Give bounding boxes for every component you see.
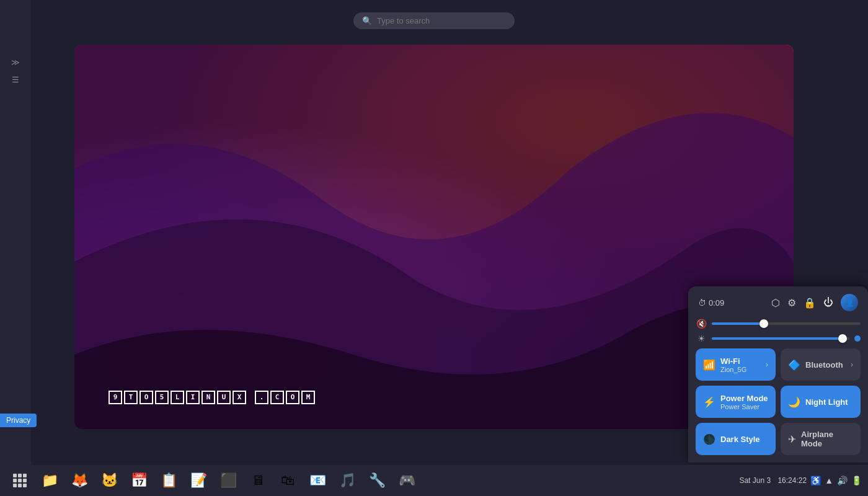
- desktop: 9 T O 5 L I N U X . C O M 🔍 ≫ ☰ Priv: [0, 0, 868, 496]
- settings-icon[interactable]: ⚙: [787, 297, 796, 309]
- watermark-text: 9 T O 5 L I N U X . C O M: [108, 391, 315, 404]
- volume-icon: 🔇: [696, 319, 707, 329]
- battery-tray-icon[interactable]: 🔋: [851, 476, 862, 485]
- wm-9: 9: [108, 391, 122, 404]
- grid-icon: [13, 474, 27, 487]
- brightness-track[interactable]: [712, 337, 849, 340]
- search-icon: 🔍: [362, 16, 372, 25]
- wallpaper-preview: 9 T O 5 L I N U X . C O M: [74, 45, 794, 429]
- bluetooth-icon: 🔷: [788, 359, 800, 371]
- airplane-mode-icon: ✈: [788, 433, 796, 445]
- screen-icon[interactable]: ⬡: [771, 297, 780, 309]
- taskbar-email[interactable]: 📧: [304, 467, 331, 494]
- taskbar-weechat[interactable]: 🐱: [95, 467, 123, 494]
- dark-style-toggle[interactable]: 🌑 Dark Style: [696, 423, 776, 455]
- tray-timer: ⏱ 0:09: [698, 298, 724, 308]
- wifi-icon: 📶: [703, 359, 715, 371]
- wm-I: I: [186, 391, 200, 404]
- power-icon[interactable]: ⏻: [823, 297, 833, 308]
- user-avatar[interactable]: 👤: [841, 294, 858, 311]
- wm-O: O: [140, 391, 153, 404]
- accessibility-tray-icon[interactable]: ♿: [810, 476, 821, 485]
- taskbar-steam[interactable]: 🎮: [393, 467, 420, 494]
- menu-btn[interactable]: ☰: [4, 73, 27, 86]
- night-light-label: Night Light: [805, 397, 848, 407]
- airplane-mode-toggle[interactable]: ✈ Airplane Mode: [781, 423, 861, 455]
- timer-value: 0:09: [709, 298, 724, 308]
- search-input[interactable]: [377, 16, 506, 25]
- volume-slider-row: 🔇: [696, 319, 861, 329]
- airplane-mode-content: Airplane Mode: [801, 430, 853, 448]
- wm-U: U: [217, 391, 231, 404]
- brightness-thumb[interactable]: [838, 334, 847, 343]
- power-mode-content: Power Mode Power Saver: [720, 394, 768, 410]
- taskbar-files[interactable]: 📁: [36, 467, 63, 494]
- taskbar-terminal[interactable]: ⬛: [215, 467, 242, 494]
- lock-icon[interactable]: 🔒: [804, 297, 816, 309]
- wm-X: X: [232, 391, 246, 404]
- wm-5: 5: [155, 391, 169, 404]
- system-tray-popup: ⏱ 0:09 ⬡ ⚙ 🔒 ⏻ 👤 🔇 ☀: [688, 286, 868, 463]
- airplane-mode-label: Airplane Mode: [801, 430, 853, 448]
- tray-icons-right: ⬡ ⚙ 🔒 ⏻ 👤: [771, 294, 858, 311]
- taskbar-store[interactable]: 🛍: [274, 467, 301, 494]
- taskbar: 📁 🦊 🐱 📅 📋 📝 ⬛ 🖥 🛍 📧 🎵 🔧 🎮 Sat Jun 3 16:2…: [0, 465, 868, 496]
- volume-fill: [712, 322, 764, 325]
- watermark: 9 T O 5 L I N U X . C O M: [108, 391, 315, 404]
- wm-dot: .: [255, 391, 268, 404]
- power-mode-sub: Power Saver: [720, 403, 768, 410]
- brightness-icon: ☀: [696, 334, 707, 343]
- wm-M: M: [301, 391, 315, 404]
- taskbar-date-time: Sat Jun 3 16:24:22: [739, 476, 807, 485]
- toggle-grid: 📶 Wi-Fi Zion_5G › 🔷 Bluetooth ›: [696, 348, 861, 455]
- taskbar-notes[interactable]: 📝: [185, 467, 212, 494]
- power-mode-label: Power Mode: [720, 394, 768, 403]
- dark-style-label: Dark Style: [720, 435, 760, 444]
- taskbar-time: 16:24:22: [777, 476, 807, 485]
- privacy-button[interactable]: Privacy: [0, 414, 37, 427]
- dark-style-content: Dark Style: [720, 435, 760, 444]
- power-mode-toggle[interactable]: ⚡ Power Mode Power Saver: [696, 386, 776, 418]
- dark-style-icon: 🌑: [703, 433, 715, 445]
- taskbar-firefox[interactable]: 🦊: [66, 467, 93, 494]
- taskbar-right: Sat Jun 3 16:24:22 ♿ ▲ 🔊 🔋: [739, 476, 862, 485]
- expand-btn[interactable]: ≫: [4, 56, 27, 68]
- bluetooth-toggle[interactable]: 🔷 Bluetooth ›: [781, 348, 861, 381]
- wm-T: T: [124, 391, 138, 404]
- wm-C: C: [270, 391, 284, 404]
- taskbar-cinnamon[interactable]: 🔧: [363, 467, 391, 494]
- wifi-arrow: ›: [766, 360, 768, 369]
- taskbar-calendar[interactable]: 📅: [125, 467, 153, 494]
- taskbar-files2[interactable]: 📋: [155, 467, 182, 494]
- volume-thumb[interactable]: [760, 319, 768, 328]
- power-mode-icon: ⚡: [703, 396, 715, 408]
- bluetooth-content: Bluetooth: [805, 360, 843, 370]
- taskbar-vmbox[interactable]: 🖥: [244, 467, 272, 494]
- bluetooth-arrow: ›: [851, 360, 853, 369]
- wifi-label: Wi-Fi: [720, 356, 746, 366]
- app-grid-button[interactable]: [6, 467, 33, 494]
- wifi-content: Wi-Fi Zion_5G: [720, 356, 746, 373]
- wm-L: L: [170, 391, 184, 404]
- brightness-slider-row: ☀: [696, 334, 861, 343]
- night-light-toggle[interactable]: 🌙 Night Light: [781, 386, 861, 418]
- wifi-sub: Zion_5G: [720, 366, 746, 373]
- search-bar[interactable]: 🔍: [353, 12, 515, 29]
- tray-top-row: ⏱ 0:09 ⬡ ⚙ 🔒 ⏻ 👤: [696, 294, 861, 311]
- timer-icon: ⏱: [698, 298, 706, 308]
- wm-O2: O: [286, 391, 299, 404]
- brightness-fill: [712, 337, 843, 340]
- wm-N: N: [202, 391, 215, 404]
- taskbar-spotify[interactable]: 🎵: [334, 467, 361, 494]
- volume-tray-icon[interactable]: 🔊: [837, 476, 848, 485]
- night-light-icon: 🌙: [788, 396, 800, 408]
- brightness-end-dot: [854, 335, 861, 342]
- bluetooth-label: Bluetooth: [805, 360, 843, 370]
- wifi-toggle[interactable]: 📶 Wi-Fi Zion_5G ›: [696, 348, 776, 381]
- wifi-tray-icon[interactable]: ▲: [825, 476, 833, 485]
- night-light-content: Night Light: [805, 397, 848, 407]
- volume-track[interactable]: [712, 322, 861, 325]
- taskbar-date: Sat Jun 3: [739, 476, 771, 485]
